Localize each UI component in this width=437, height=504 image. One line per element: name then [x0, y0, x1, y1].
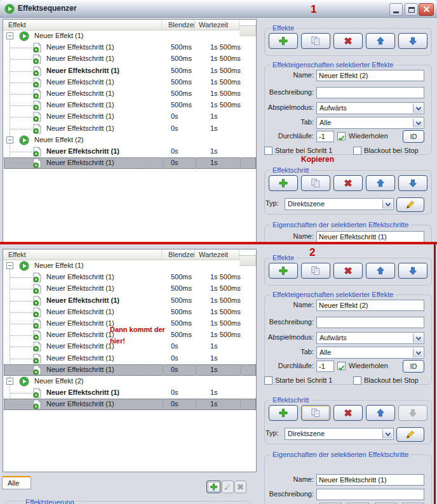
chevron-down-icon[interactable] [382, 429, 393, 439]
tree-collapse-toggle[interactable]: − [6, 378, 13, 385]
add-step-button[interactable] [269, 175, 298, 191]
wiederholen-label: Wiederholen [349, 132, 388, 140]
tree-row-step[interactable]: Neuer Effektschritt (1)500ms1s 500ms [4, 100, 256, 111]
tree-row-step[interactable]: Neuer Effektschritt (1)0s1s [4, 341, 256, 352]
delete-effect-button[interactable] [333, 33, 363, 49]
durchlaeufe-input[interactable] [316, 131, 334, 142]
blackout-checkbox[interactable] [353, 147, 361, 155]
tree-row-step[interactable]: Neuer Effektschritt (1)0s1s [4, 387, 256, 399]
add-effect-button[interactable] [269, 263, 298, 279]
tree-item-label: Neuer Effektschritt (1) [46, 101, 114, 109]
copy-step-button[interactable] [301, 405, 330, 421]
minimize-button[interactable] [389, 3, 403, 16]
tree-row-step[interactable]: Neuer Effektschritt (1)500ms1s 500ms [4, 42, 256, 53]
chevron-down-icon[interactable] [413, 333, 423, 343]
tree-row-step[interactable]: Neuer Effektschritt (1)0s1s [4, 399, 256, 410]
typ-select[interactable]: Direktszene [285, 198, 394, 210]
durchlaeufe-input[interactable] [316, 361, 334, 372]
chevron-down-icon[interactable] [413, 118, 423, 128]
edit-scene-button[interactable] [396, 427, 424, 442]
add-effect-button[interactable] [269, 33, 298, 49]
blackout-checkbox[interactable] [353, 376, 361, 385]
edit-tab-button[interactable] [222, 481, 234, 493]
abspielmodus-select[interactable]: Aufwärts [316, 332, 424, 344]
tree-row-step[interactable]: Neuer Effektschritt (1)0s1s [4, 123, 256, 135]
delete-tab-button[interactable] [234, 481, 246, 493]
tree-branch-line [11, 48, 32, 48]
tree-row-effect[interactable]: −Neuer Effekt (1) [4, 260, 256, 272]
tree-row-step[interactable]: Neuer Effektschritt (1)0s1s [4, 157, 256, 169]
tree-row-step[interactable]: Neuer Effektschritt (1)0s1s [4, 353, 256, 364]
tree-row-step[interactable]: Neuer Effektschritt (1)500ms1s 500ms [4, 307, 256, 318]
move-effect-down-button[interactable] [398, 33, 427, 49]
copy-step-button[interactable] [301, 175, 330, 191]
step-name-input[interactable] [316, 231, 424, 242]
column-header-blendzeit[interactable]: Blendzeit [162, 20, 195, 30]
column-header-effekt[interactable]: Effekt [3, 20, 162, 30]
maximize-button[interactable] [405, 3, 418, 16]
wiederholen-checkbox[interactable] [337, 362, 346, 370]
tree-collapse-toggle[interactable]: − [6, 262, 13, 269]
copy-effect-button[interactable] [301, 263, 330, 279]
effect-name-input[interactable] [316, 70, 424, 81]
step-properties-group-title: Eigenschaften der selektierten Effektsch… [270, 451, 411, 458]
chevron-down-icon[interactable] [382, 199, 393, 209]
column-header-blendzeit[interactable]: Blendzeit [162, 249, 195, 260]
tab-alle[interactable]: Alle [2, 476, 31, 489]
move-step-up-button[interactable] [366, 405, 395, 421]
column-header-effekt[interactable]: Effekt [3, 249, 162, 260]
move-effect-down-button[interactable] [398, 263, 427, 279]
add-step-button[interactable] [269, 405, 298, 421]
tree-row-effect[interactable]: −Neuer Effekt (1) [4, 30, 256, 42]
delete-step-button[interactable] [333, 175, 363, 191]
move-effect-up-button[interactable] [366, 33, 395, 49]
tree-row-step[interactable]: Neuer Effektschritt (1)500ms1s 500ms [4, 295, 256, 307]
tab-select[interactable]: Alle [316, 347, 424, 359]
add-tab-button[interactable] [206, 481, 221, 493]
move-step-down-button[interactable] [398, 175, 427, 191]
tree-row-step[interactable]: Neuer Effektschritt (1)0s1s [4, 111, 256, 123]
copy-effect-button[interactable] [301, 33, 330, 49]
blendzeit-value: 500ms [171, 296, 192, 304]
tree-row-step[interactable]: Neuer Effektschritt (1)500ms1s 500ms [4, 283, 256, 295]
blendzeit-value: 0s [171, 366, 178, 373]
delete-effect-button[interactable] [333, 263, 363, 279]
starte-checkbox[interactable] [264, 147, 272, 155]
titlebar[interactable]: Effektsequenzer [0, 0, 437, 18]
tree-item-label: Neuer Effektschritt (1) [46, 147, 119, 155]
tree-collapse-toggle[interactable]: − [6, 136, 13, 143]
tree-branch-line [11, 117, 32, 117]
step-description-input[interactable] [316, 489, 424, 500]
tree-row-step[interactable]: Neuer Effektschritt (1)500ms1s 500ms [4, 65, 256, 77]
tree-row-step[interactable]: Neuer Effektschritt (1)0s1s [4, 146, 256, 157]
typ-select[interactable]: Direktszene [285, 428, 394, 440]
id-button[interactable]: ID [403, 360, 424, 373]
starte-checkbox[interactable] [264, 376, 272, 385]
chevron-down-icon[interactable] [413, 348, 423, 357]
tree-row-step[interactable]: Neuer Effektschritt (1)500ms1s 500ms [4, 77, 256, 88]
column-header-wartezeit[interactable]: Wartezeit [195, 249, 239, 260]
tree-row-step[interactable]: Neuer Effektschritt (1)500ms1s 500ms [4, 272, 256, 283]
move-step-up-button[interactable] [366, 175, 395, 191]
close-button[interactable] [419, 3, 434, 16]
abspielmodus-select[interactable]: Aufwärts [316, 102, 424, 114]
edit-scene-button[interactable] [396, 197, 424, 212]
tab-select[interactable]: Alle [316, 117, 424, 129]
tree-row-step[interactable]: Neuer Effektschritt (1)500ms1s 500ms [4, 53, 256, 65]
chevron-down-icon[interactable] [413, 103, 423, 113]
step-name-input[interactable] [316, 474, 424, 486]
tree-row-effect[interactable]: −Neuer Effekt (2) [4, 135, 256, 146]
column-header-wartezeit[interactable]: Wartezeit [195, 20, 239, 30]
effect-name-input[interactable] [316, 300, 424, 311]
tree-row-step[interactable]: Neuer Effektschritt (1)500ms1s 500ms [4, 88, 256, 100]
tree-collapse-toggle[interactable]: − [6, 32, 13, 39]
tree-row-effect[interactable]: −Neuer Effekt (2) [4, 376, 256, 387]
effect-description-input[interactable] [316, 87, 424, 98]
id-button[interactable]: ID [403, 130, 424, 143]
move-effect-up-button[interactable] [366, 263, 395, 279]
tree-item-label: Neuer Effektschritt (1) [46, 284, 114, 292]
delete-step-button[interactable] [333, 405, 363, 421]
effect-description-input[interactable] [316, 317, 424, 328]
tree-row-step[interactable]: Neuer Effektschritt (1)0s1s [4, 364, 256, 376]
wiederholen-checkbox[interactable] [337, 132, 346, 140]
